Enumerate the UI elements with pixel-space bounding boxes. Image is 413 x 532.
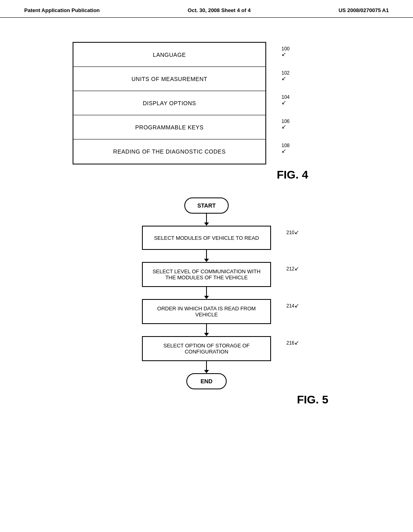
flowchart-node: SELECT OPTION OF STORAGE OF CONFIGURATIO…: [142, 336, 271, 361]
ref-label: 102↙: [282, 70, 290, 81]
ref-label: 104↙: [282, 94, 290, 106]
flow-arrow: [204, 361, 209, 373]
list-item: READING OF THE DIAGNOSTIC CODES108↙: [73, 139, 265, 164]
start-oval: START: [184, 197, 229, 214]
menu-item-text: PROGRAMMABLE KEYS: [73, 118, 265, 136]
ref-label: 100↙: [282, 46, 290, 57]
fig5-label: FIG. 5: [24, 393, 389, 406]
flowchart-node: SELECT MODULES OF VEHICLE TO READ: [142, 226, 271, 250]
table-row: SELECT MODULES OF VEHICLE TO READ210↙: [142, 226, 271, 250]
list-item: DISPLAY OPTIONS104↙: [73, 91, 265, 115]
table-row: SELECT OPTION OF STORAGE OF CONFIGURATIO…: [142, 336, 271, 361]
menu-item-text: DISPLAY OPTIONS: [73, 94, 265, 112]
flow-arrow: [204, 287, 209, 299]
start-node: START: [184, 197, 229, 214]
menu-item-text: UNITS OF MEASUREMENT: [73, 70, 265, 88]
ref-label: 216↙: [286, 339, 299, 346]
flowchart-node: SELECT LEVEL OF COMMUNICATION WITH THE M…: [142, 262, 271, 287]
flowchart: STARTSELECT MODULES OF VEHICLE TO READ21…: [24, 197, 389, 389]
list-item: LANGUAGE100↙: [73, 43, 265, 67]
menu-item-text: READING OF THE DIAGNOSTIC CODES: [73, 143, 265, 160]
header-right: US 2008/0270075 A1: [338, 7, 389, 13]
flow-arrow: [204, 250, 209, 262]
end-oval: END: [186, 373, 227, 389]
header-left: Patent Application Publication: [24, 7, 100, 13]
ref-label: 212↙: [286, 265, 299, 272]
ref-label: 214↙: [286, 302, 299, 309]
fig4-label: FIG. 4: [56, 168, 389, 181]
flowchart-node: ORDER IN WHICH DATA IS READ FROM VEHICLE: [142, 299, 271, 324]
flow-arrow: [204, 324, 209, 336]
ref-label: 108↙: [282, 143, 290, 154]
list-item: UNITS OF MEASUREMENT102↙: [73, 67, 265, 91]
flow-arrow: [204, 214, 209, 226]
header-center: Oct. 30, 2008 Sheet 4 of 4: [188, 7, 250, 13]
main-content: LANGUAGE100↙UNITS OF MEASUREMENT102↙DISP…: [0, 18, 413, 422]
end-node: END: [186, 373, 227, 389]
table-row: SELECT LEVEL OF COMMUNICATION WITH THE M…: [142, 262, 271, 287]
ref-label: 210↙: [286, 229, 299, 235]
ref-label: 106↙: [282, 118, 290, 130]
menu-table: LANGUAGE100↙UNITS OF MEASUREMENT102↙DISP…: [73, 42, 266, 164]
table-row: ORDER IN WHICH DATA IS READ FROM VEHICLE…: [142, 299, 271, 324]
fig5-diagram: STARTSELECT MODULES OF VEHICLE TO READ21…: [24, 197, 389, 406]
page-header: Patent Application Publication Oct. 30, …: [0, 0, 413, 18]
fig4-diagram: LANGUAGE100↙UNITS OF MEASUREMENT102↙DISP…: [56, 42, 389, 181]
list-item: PROGRAMMABLE KEYS106↙: [73, 115, 265, 139]
menu-item-text: LANGUAGE: [73, 46, 265, 64]
